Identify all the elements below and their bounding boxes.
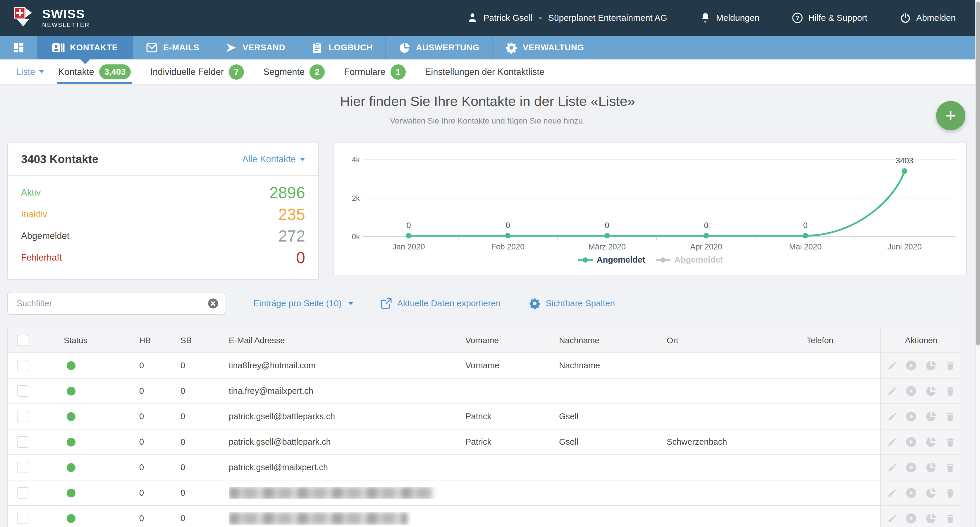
per-page-dropdown[interactable]: Einträge pro Seite (10): [253, 298, 353, 308]
play-circle-icon[interactable]: [905, 487, 917, 499]
add-contact-button[interactable]: +: [936, 101, 966, 130]
row-checkbox[interactable]: [17, 462, 29, 473]
trash-icon[interactable]: [945, 386, 955, 396]
row-checkbox[interactable]: [17, 385, 29, 397]
search-input[interactable]: [7, 292, 225, 315]
play-circle-icon[interactable]: [905, 385, 917, 397]
svg-text:0: 0: [506, 221, 510, 230]
clear-search-icon[interactable]: [207, 297, 219, 310]
svg-text:Mai 2020: Mai 2020: [789, 243, 821, 251]
row-checkbox[interactable]: [17, 411, 29, 422]
email-cell: patrick.gsell@mailxpert.ch: [229, 463, 465, 472]
tab-label: Individuelle Felder: [150, 67, 224, 77]
legend-item-abgemeldet[interactable]: Abgemeldet: [655, 255, 723, 265]
apps-menu-button[interactable]: [0, 36, 37, 59]
tab-formulare[interactable]: Formulare1: [343, 59, 407, 84]
logo-title: SWISS: [42, 7, 90, 21]
pie-icon[interactable]: [925, 462, 937, 473]
nav-item-verwaltung[interactable]: VERWALTUNG: [493, 36, 597, 59]
pencil-icon[interactable]: [887, 437, 897, 447]
nav-item-label: VERWALTUNG: [523, 43, 584, 53]
status-cell: [64, 514, 139, 523]
th-vorname: Vorname: [465, 335, 559, 345]
row-checkbox[interactable]: [17, 360, 29, 371]
topbar-item-abmelden[interactable]: Abmelden: [900, 12, 956, 24]
trash-icon[interactable]: [945, 411, 955, 422]
stat-label: Inaktiv: [21, 209, 48, 220]
trash-icon[interactable]: [945, 437, 955, 447]
play-circle-icon[interactable]: [905, 436, 917, 448]
pencil-icon[interactable]: [887, 514, 897, 524]
pencil-icon[interactable]: [887, 412, 897, 422]
svg-text:?: ?: [796, 14, 800, 21]
pie-icon[interactable]: [925, 487, 937, 499]
play-circle-icon[interactable]: [905, 359, 917, 372]
nav-item-kontakte[interactable]: KONTAKTE: [37, 36, 133, 59]
pie-icon[interactable]: [925, 436, 937, 448]
topbar-item-meldungen[interactable]: Meldungen: [700, 12, 759, 24]
nav-item-label: VERSAND: [242, 43, 285, 53]
trash-icon[interactable]: [945, 488, 955, 498]
pie-icon[interactable]: [925, 410, 937, 423]
nav-item-versand[interactable]: VERSAND: [212, 36, 298, 59]
pencil-icon[interactable]: [887, 488, 897, 498]
stat-row-abgemeldet: Abgemeldet272: [21, 225, 305, 247]
sb-cell: 0: [180, 386, 229, 396]
actions-cell: [880, 455, 962, 480]
scrollbar[interactable]: [975, 0, 980, 527]
contacts-filter-dropdown[interactable]: Alle Kontakte: [242, 154, 305, 164]
visible-columns-button[interactable]: Sichtbare Spalten: [529, 297, 615, 310]
table-row: 00: [8, 506, 962, 527]
nav-item-logbuch[interactable]: LOGBUCH: [298, 36, 386, 59]
status-dot-aktiv: [67, 412, 75, 421]
stat-value: 272: [278, 227, 305, 245]
pie-icon[interactable]: [925, 385, 937, 397]
table-row: 00tina8frey@hotmail.comVornameNachname: [8, 353, 962, 378]
tab-individuelle-felder[interactable]: Individuelle Felder7: [149, 59, 245, 84]
pencil-icon[interactable]: [887, 386, 897, 396]
tab-segmente[interactable]: Segmente2: [262, 59, 326, 84]
row-checkbox[interactable]: [17, 487, 29, 498]
topbar-item-hilfe-support[interactable]: ?Hilfe & Support: [792, 12, 867, 24]
app-logo[interactable]: SWISS NEWSLETTER: [14, 5, 90, 30]
select-all-checkbox[interactable]: [17, 335, 29, 346]
trash-icon[interactable]: [945, 513, 955, 524]
row-checkbox[interactable]: [17, 436, 29, 448]
vorname-cell: Patrick: [465, 437, 559, 447]
export-data-button[interactable]: Aktuelle Daten exportieren: [380, 297, 501, 310]
row-checkbox[interactable]: [17, 513, 29, 524]
svg-text:Apr 2020: Apr 2020: [690, 243, 722, 251]
legend-item-angemeldet[interactable]: Angemeldet: [578, 255, 645, 265]
nav-item-e-mails[interactable]: E-MAILS: [133, 36, 212, 59]
play-circle-icon[interactable]: [905, 513, 917, 524]
nav-item-auswertung[interactable]: AUSWERTUNG: [386, 36, 493, 59]
actions-cell: [880, 353, 962, 378]
user-menu[interactable]: Patrick Gsell • Süperplanet Entertainmen…: [466, 12, 667, 24]
pencil-icon[interactable]: [887, 361, 897, 370]
actions-cell: [880, 481, 962, 505]
caret-down-icon: [348, 302, 353, 305]
swiss-pin-icon: [14, 5, 36, 30]
contacts-chart-card: 0k2k4kJan 2020Feb 2020März 2020Apr 2020M…: [334, 142, 967, 275]
caret-down-icon: [39, 70, 44, 73]
pie-icon[interactable]: [925, 513, 937, 524]
scrollbar-thumb[interactable]: [976, 2, 980, 345]
play-circle-icon[interactable]: [905, 462, 917, 473]
pencil-icon[interactable]: [887, 463, 897, 473]
nachname-cell: Gsell: [559, 437, 667, 447]
trash-icon[interactable]: [945, 462, 955, 473]
nachname-cell: Gsell: [559, 412, 667, 421]
th-aktionen: Aktionen: [880, 328, 962, 353]
tab-einstellungen[interactable]: Einstellungen der Kontaktliste: [424, 59, 546, 84]
play-circle-icon[interactable]: [905, 410, 917, 423]
pie-icon[interactable]: [925, 359, 937, 372]
trash-icon[interactable]: [945, 361, 955, 371]
email-cell: tina.frey@mailxpert.ch: [229, 386, 465, 396]
logo-subtitle: NEWSLETTER: [42, 22, 90, 29]
gear-icon: [505, 42, 517, 54]
status-cell: [64, 387, 139, 396]
list-selector-dropdown[interactable]: Liste: [16, 59, 44, 84]
tab-kontakte[interactable]: Kontakte3,403: [57, 59, 132, 84]
sb-cell: 0: [180, 488, 229, 498]
th-status: Status: [64, 335, 139, 345]
